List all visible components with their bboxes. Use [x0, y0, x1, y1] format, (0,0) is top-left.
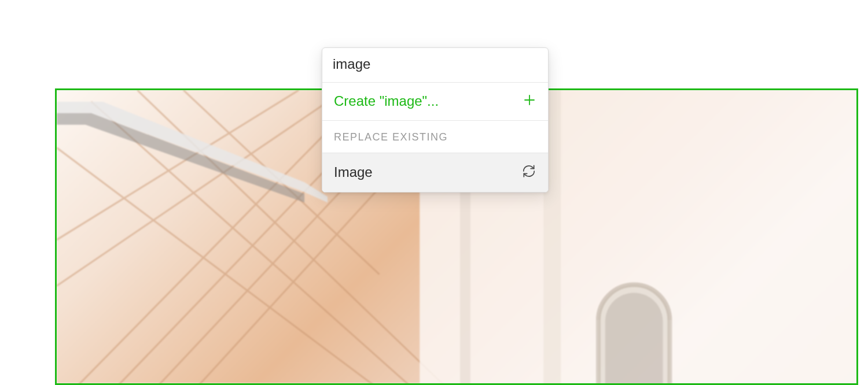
search-input[interactable] — [333, 56, 538, 72]
asset-picker-dropdown: Create "image"... REPLACE EXISTING Image — [322, 47, 549, 192]
section-header-label: REPLACE EXISTING — [334, 131, 448, 143]
plus-icon — [523, 93, 536, 109]
search-input-wrap — [322, 48, 548, 83]
option-label: Image — [334, 164, 373, 180]
create-option[interactable]: Create "image"... — [322, 83, 548, 121]
sync-icon — [521, 164, 536, 181]
svg-marker-11 — [57, 113, 304, 202]
section-header: REPLACE EXISTING — [322, 121, 548, 153]
create-option-label: Create "image"... — [334, 93, 439, 109]
option-image[interactable]: Image — [322, 153, 548, 192]
